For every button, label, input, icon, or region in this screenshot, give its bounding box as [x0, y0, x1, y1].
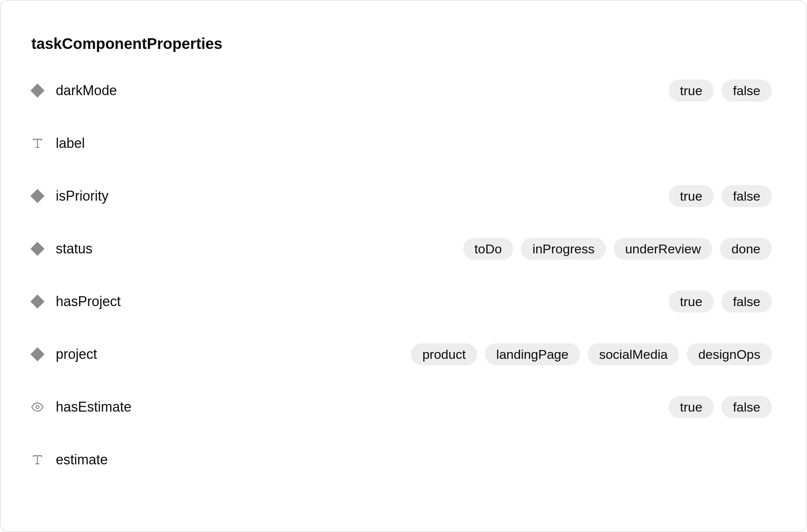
property-options: truefalse	[669, 290, 772, 313]
property-options: truefalse	[669, 79, 772, 102]
properties-list: darkModetruefalselabelisPrioritytruefals…	[31, 79, 772, 471]
option-pill[interactable]: false	[721, 185, 772, 207]
property-row: estimate	[31, 448, 772, 471]
panel-title: taskComponentProperties	[31, 35, 772, 52]
property-row: statustoDoinProgressunderReviewdone	[31, 237, 772, 260]
property-name: darkMode	[56, 83, 117, 99]
boolean-icon	[31, 401, 44, 413]
variant-icon	[31, 243, 44, 255]
property-row: isPrioritytruefalse	[31, 185, 772, 208]
option-pill[interactable]: false	[721, 396, 772, 418]
option-pill[interactable]: false	[721, 79, 772, 102]
property-left: hasProject	[31, 294, 121, 310]
property-left: label	[31, 135, 85, 151]
option-pill[interactable]: product	[411, 343, 477, 365]
property-options: productlandingPagesocialMediadesignOps	[411, 343, 772, 365]
svg-point-0	[36, 405, 39, 409]
property-row: projectproductlandingPagesocialMediadesi…	[31, 343, 772, 366]
property-name: hasEstimate	[56, 399, 131, 415]
property-left: status	[31, 241, 92, 257]
variant-icon	[31, 84, 44, 97]
variant-icon	[31, 348, 44, 360]
property-name: status	[56, 241, 92, 257]
option-pill[interactable]: true	[669, 79, 714, 102]
option-pill[interactable]: landingPage	[485, 343, 580, 365]
property-name: isPriority	[56, 188, 109, 204]
property-left: hasEstimate	[31, 399, 131, 415]
property-row: hasEstimatetruefalse	[31, 396, 772, 418]
property-row: label	[31, 132, 772, 155]
property-name: project	[56, 346, 97, 362]
option-pill[interactable]: inProgress	[521, 238, 606, 260]
option-pill[interactable]: designOps	[687, 343, 772, 365]
property-name: estimate	[56, 452, 108, 468]
property-options: toDoinProgressunderReviewdone	[463, 238, 772, 260]
option-pill[interactable]: true	[669, 290, 714, 313]
property-options: truefalse	[669, 185, 772, 207]
property-left: darkMode	[31, 83, 117, 99]
variant-icon	[31, 190, 44, 202]
option-pill[interactable]: done	[720, 238, 772, 260]
property-name: label	[56, 135, 85, 151]
option-pill[interactable]: underReview	[614, 238, 712, 260]
property-options: truefalse	[669, 396, 772, 418]
property-left: estimate	[31, 452, 108, 468]
properties-panel: taskComponentProperties darkModetruefals…	[0, 0, 807, 532]
variant-icon	[31, 295, 44, 308]
property-name: hasProject	[56, 294, 121, 310]
property-row: darkModetruefalse	[31, 79, 772, 102]
property-row: hasProjecttruefalse	[31, 290, 772, 313]
text-icon	[31, 137, 44, 149]
option-pill[interactable]: socialMedia	[588, 343, 679, 365]
text-icon	[31, 454, 44, 466]
option-pill[interactable]: false	[721, 290, 772, 313]
option-pill[interactable]: true	[669, 396, 714, 418]
property-left: project	[31, 346, 97, 362]
property-left: isPriority	[31, 188, 109, 204]
option-pill[interactable]: true	[669, 185, 714, 207]
option-pill[interactable]: toDo	[463, 238, 514, 260]
